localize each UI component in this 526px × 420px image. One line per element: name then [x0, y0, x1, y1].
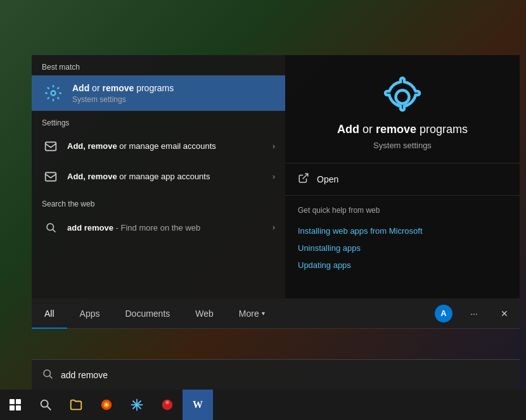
search-icon [42, 368, 53, 382]
more-chevron-icon: ▾ [262, 310, 265, 317]
avatar: A [435, 305, 452, 322]
open-button[interactable]: Open [285, 163, 520, 196]
snowflake-app-button[interactable] [122, 390, 152, 420]
word-button[interactable]: W [183, 390, 213, 420]
svg-point-5 [396, 91, 409, 104]
email-icon [42, 137, 60, 155]
quick-help-title: Get quick help from web [298, 206, 507, 215]
tab-apps[interactable]: Apps [67, 298, 113, 329]
red-app-button[interactable] [152, 390, 183, 420]
svg-rect-11 [10, 405, 15, 410]
svg-point-13 [41, 400, 48, 407]
tab-more[interactable]: More ▾ [226, 298, 278, 329]
quick-help-link-3[interactable]: Updating apps [298, 257, 507, 274]
firefox-button[interactable] [91, 390, 122, 420]
settings-item-app-accounts-text: Add, remove or manage app accounts [67, 171, 273, 182]
web-search-text: add remove - Find more on the web [67, 223, 273, 232]
settings-label: Settings [32, 111, 285, 131]
svg-point-0 [51, 91, 56, 96]
best-match-subtitle: System settings [72, 95, 275, 104]
chevron-right-icon-2: › [273, 172, 275, 181]
svg-rect-1 [46, 142, 56, 150]
settings-item-email-text: Add, remove or manage email accounts [67, 141, 273, 152]
open-icon [298, 172, 309, 186]
settings-item-app-accounts-title: Add, remove or manage app accounts [67, 171, 273, 182]
search-web-icon [42, 219, 60, 236]
chevron-right-icon: › [273, 142, 275, 151]
svg-line-6 [303, 174, 308, 179]
gear-icon [42, 82, 65, 105]
svg-line-4 [53, 229, 55, 232]
quick-help-link-2[interactable]: Uninstalling apps [298, 239, 507, 257]
left-panel: Best match Add or remove programs System… [32, 55, 285, 298]
app-accounts-icon [42, 168, 60, 186]
nav-bar: All Apps Documents Web More ▾ A ··· ✕ [32, 298, 520, 329]
right-panel: Add or remove programs System settings O… [285, 55, 520, 298]
svg-point-17 [105, 404, 108, 406]
svg-rect-12 [16, 405, 21, 410]
web-search-item[interactable]: add remove - Find more on the web › [32, 212, 285, 243]
taskbar-search-button[interactable] [30, 390, 61, 420]
tab-documents[interactable]: Documents [112, 298, 183, 329]
search-input[interactable] [61, 370, 510, 380]
settings-item-email-title: Add, remove or manage email accounts [67, 141, 273, 152]
svg-rect-9 [10, 399, 15, 404]
app-preview-title: Add or remove programs [337, 122, 468, 137]
svg-rect-10 [16, 399, 21, 404]
svg-point-3 [47, 224, 54, 231]
tab-all[interactable]: All [32, 298, 67, 329]
svg-point-7 [44, 370, 51, 377]
search-web-label: Search the web [32, 192, 285, 212]
best-match-title: Add or remove programs [72, 82, 275, 94]
settings-item-app-accounts[interactable]: Add, remove or manage app accounts › [32, 162, 285, 192]
file-explorer-button[interactable] [61, 390, 91, 420]
nav-more-button[interactable]: ··· [459, 298, 489, 329]
svg-line-14 [48, 407, 51, 410]
best-match-text: Add or remove programs System settings [72, 82, 275, 103]
svg-rect-2 [46, 172, 56, 181]
web-chevron-icon: › [273, 223, 275, 232]
quick-help-link-1[interactable]: Installing web apps from Microsoft [298, 222, 507, 239]
close-button[interactable]: ✕ [489, 298, 520, 329]
svg-point-23 [165, 401, 169, 405]
search-results: Best match Add or remove programs System… [32, 55, 520, 298]
open-label: Open [317, 174, 338, 184]
app-preview-gear-icon [380, 74, 425, 122]
quick-help-section: Get quick help from web Installing web a… [285, 196, 520, 284]
search-bar [32, 359, 520, 390]
tab-web[interactable]: Web [183, 298, 226, 329]
best-match-label: Best match [32, 55, 285, 75]
taskbar: W [0, 390, 526, 420]
svg-line-8 [49, 376, 52, 378]
app-preview: Add or remove programs System settings [285, 55, 520, 163]
settings-item-email[interactable]: Add, remove or manage email accounts › [32, 131, 285, 162]
best-match-item[interactable]: Add or remove programs System settings [32, 75, 285, 111]
nav-avatar-button[interactable]: A [428, 298, 459, 329]
app-preview-subtitle: System settings [373, 141, 432, 150]
start-button[interactable] [0, 390, 30, 420]
